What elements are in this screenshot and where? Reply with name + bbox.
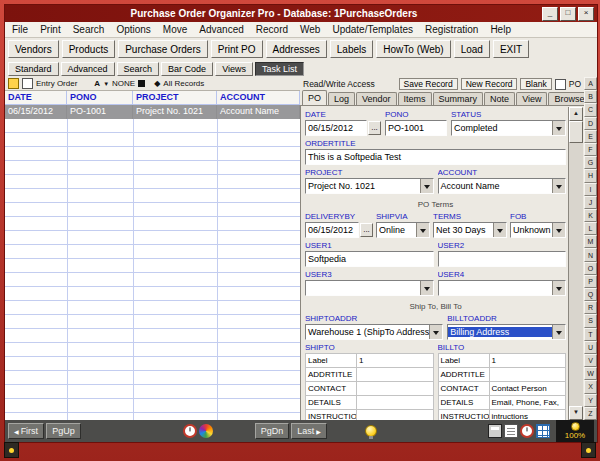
tab-view[interactable]: View xyxy=(516,92,547,105)
alphabet-key[interactable]: M xyxy=(584,235,597,248)
tab-note[interactable]: Note xyxy=(484,92,515,105)
close-button[interactable]: × xyxy=(578,7,594,21)
page-up-button[interactable]: PgUp xyxy=(46,423,81,439)
tab-summary[interactable]: Summary xyxy=(433,92,484,105)
billto-value-cell[interactable]: 1 xyxy=(489,354,566,368)
tab-po[interactable]: PO xyxy=(302,90,327,105)
products-button[interactable]: Products xyxy=(62,40,115,58)
view-standard-button[interactable]: Standard xyxy=(8,62,59,76)
menu-web[interactable]: Web xyxy=(300,24,320,35)
shipto-value-cell[interactable] xyxy=(357,410,434,421)
alphabet-key[interactable]: S xyxy=(584,314,597,327)
view-views-button[interactable]: Views xyxy=(215,62,253,76)
chevron-down-icon[interactable] xyxy=(552,281,565,295)
tab-browser[interactable]: Browser xyxy=(548,92,584,105)
ordertitle-field[interactable]: This is a Softpedia Test xyxy=(305,149,566,165)
billto-value-cell[interactable]: intructions xyxy=(489,410,566,421)
status-bulb-icon[interactable] xyxy=(571,422,580,431)
alphabet-key[interactable]: E xyxy=(584,130,597,143)
chevron-down-icon[interactable] xyxy=(552,121,565,135)
entry-order-checkbox[interactable] xyxy=(22,78,33,89)
sort-icon[interactable]: A xyxy=(94,79,100,88)
shipto-value-cell[interactable]: 1 xyxy=(357,354,434,368)
chevron-down-icon[interactable] xyxy=(416,223,429,237)
alphabet-key[interactable]: Z xyxy=(584,407,597,420)
vendors-button[interactable]: Vendors xyxy=(8,40,59,58)
user2-field[interactable] xyxy=(438,251,567,267)
terms-select[interactable]: Net 30 Days xyxy=(433,222,507,238)
alphabet-key[interactable]: Q xyxy=(584,288,597,301)
blank-button[interactable]: Blank xyxy=(520,78,551,90)
alphabet-key[interactable]: J xyxy=(584,196,597,209)
project-select[interactable]: Project No. 1021 xyxy=(305,178,434,194)
column-header-date[interactable]: DATE xyxy=(5,91,67,104)
billto-value-cell[interactable]: Contact Person xyxy=(489,382,566,396)
po-checkbox[interactable] xyxy=(555,79,566,90)
filter-dropdown[interactable]: NONE xyxy=(112,79,135,88)
shipvia-select[interactable]: Online xyxy=(376,222,430,238)
alphabet-key[interactable]: I xyxy=(584,183,597,196)
menu-update-templates[interactable]: Update/Templates xyxy=(332,24,413,35)
user1-field[interactable]: Softpedia xyxy=(305,251,434,267)
alphabet-key[interactable]: A xyxy=(584,77,597,90)
clock-icon[interactable] xyxy=(183,424,197,438)
alphabet-key[interactable]: N xyxy=(584,248,597,261)
chevron-down-icon[interactable] xyxy=(420,179,433,193)
deliveryby-field[interactable]: 06/15/2012 xyxy=(305,222,359,238)
all-records-label[interactable]: All Records xyxy=(163,79,204,88)
shipto-value-cell[interactable] xyxy=(357,382,434,396)
shipto-value-cell[interactable] xyxy=(357,396,434,410)
status-select[interactable]: Completed xyxy=(451,120,566,136)
maximize-button[interactable]: □ xyxy=(560,7,576,21)
chevron-down-icon[interactable] xyxy=(552,325,565,339)
alphabet-key[interactable]: V xyxy=(584,354,597,367)
scroll-thumb[interactable] xyxy=(569,121,583,143)
view-advanced-button[interactable]: Advanced xyxy=(61,62,115,76)
menu-move[interactable]: Move xyxy=(163,24,187,35)
billtoaddr-select[interactable]: Billing Address xyxy=(447,324,566,340)
page-down-button[interactable]: PgDn xyxy=(255,423,290,439)
first-record-button[interactable]: ◀First xyxy=(8,423,44,439)
zoom-level[interactable]: 100% xyxy=(565,431,585,440)
title-bar[interactable]: Purchase Order Organizer Pro - Database:… xyxy=(5,5,597,22)
last-record-button[interactable]: Last▶ xyxy=(291,423,327,439)
deliveryby-picker-button[interactable]: ... xyxy=(360,223,373,237)
cell-pono[interactable]: PO-1001 xyxy=(67,105,133,119)
fob-select[interactable]: Unknown xyxy=(510,222,566,238)
column-header-project[interactable]: PROJECT xyxy=(133,91,217,104)
date-field[interactable]: 06/15/2012 xyxy=(305,120,367,136)
purchase-orders-button[interactable]: Purchase Orders xyxy=(118,40,208,58)
alphabet-key[interactable]: D xyxy=(584,117,597,130)
grid-view-icon[interactable] xyxy=(536,424,550,438)
form-scrollbar[interactable]: ▲ ▼ xyxy=(568,107,583,420)
billto-value-cell[interactable]: Email, Phone, Fax, xyxy=(489,396,566,410)
tab-vendor[interactable]: Vendor xyxy=(356,92,397,105)
menu-help[interactable]: Help xyxy=(490,24,511,35)
shipto-value-cell[interactable]: Warehouse 1 (ShipTo xyxy=(357,368,434,382)
chevron-down-icon[interactable] xyxy=(552,179,565,193)
chevron-down-icon[interactable] xyxy=(493,223,506,237)
cell-date[interactable]: 06/15/2012 xyxy=(5,105,67,119)
alphabet-key[interactable]: X xyxy=(584,380,597,393)
new-record-button[interactable]: New Record xyxy=(461,78,518,90)
corner-icon-right[interactable] xyxy=(581,442,596,458)
alphabet-key[interactable]: H xyxy=(584,169,597,182)
alphabet-key[interactable]: F xyxy=(584,143,597,156)
alphabet-key[interactable]: B xyxy=(584,90,597,103)
hint-bulb-icon[interactable] xyxy=(365,425,377,437)
corner-icon-left[interactable] xyxy=(4,442,19,458)
alphabet-key[interactable]: T xyxy=(584,328,597,341)
billto-value-cell[interactable]: Billing Address xyxy=(489,368,566,382)
chevron-down-icon[interactable] xyxy=(420,281,433,295)
menu-search[interactable]: Search xyxy=(73,24,105,35)
menu-registration[interactable]: Registration xyxy=(425,24,478,35)
shiptoaddr-select[interactable]: Warehouse 1 (ShipTo Address xyxy=(305,324,443,340)
chevron-down-icon[interactable] xyxy=(429,325,442,339)
scroll-down-icon[interactable]: ▼ xyxy=(569,406,583,420)
chevron-down-icon[interactable] xyxy=(552,223,565,237)
date-picker-button[interactable]: ... xyxy=(368,121,381,135)
tab-log[interactable]: Log xyxy=(328,92,355,105)
menu-file[interactable]: File xyxy=(12,24,28,35)
alphabet-key[interactable]: O xyxy=(584,262,597,275)
save-record-button[interactable]: Save Record xyxy=(399,78,458,90)
